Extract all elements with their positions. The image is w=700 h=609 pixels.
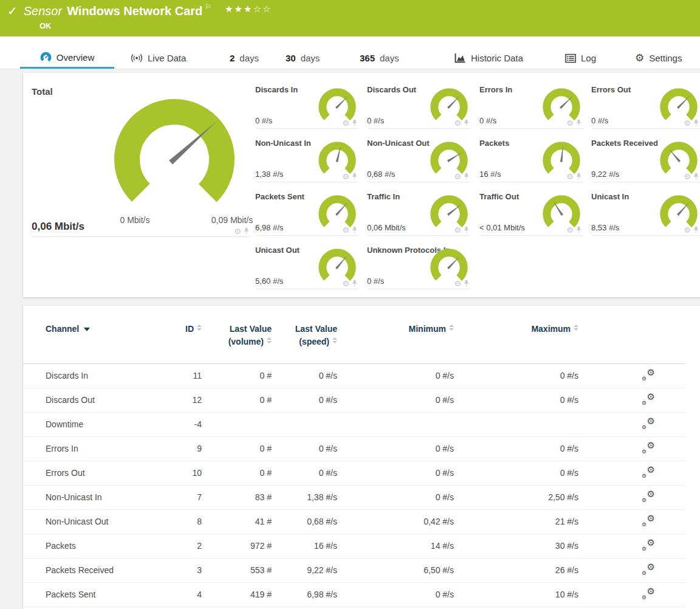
gear-icon[interactable]: ⚙: [454, 173, 461, 181]
priority-stars[interactable]: ★★★☆☆: [225, 4, 272, 15]
mini-gauge-packets-received[interactable]: Packets Received 9,22 #/s ⚙: [591, 136, 700, 182]
gear-icon[interactable]: ⚙: [684, 173, 691, 181]
gear-icon[interactable]: ⚙: [566, 226, 574, 234]
pin-icon[interactable]: [351, 119, 358, 127]
column-label: (volume): [228, 337, 264, 346]
channel-settings-gears-icon[interactable]: ⚙⚙: [642, 539, 655, 551]
mini-gauge-traffic-in[interactable]: Traffic In 0,06 Mbit/s ⚙: [367, 189, 470, 236]
gear-icon[interactable]: ⚙: [342, 119, 349, 127]
pin-icon[interactable]: [575, 173, 582, 181]
pin-icon[interactable]: [351, 226, 358, 234]
mini-gauge-packets-sent[interactable]: Packets Sent 6,98 #/s ⚙: [255, 189, 359, 236]
gear-icon[interactable]: ⚙: [342, 173, 349, 181]
pin-icon[interactable]: [463, 119, 470, 127]
table-row[interactable]: Errors In 9 0 # 0 #/s 0 #/s 0 #/s ⚙⚙: [23, 436, 685, 461]
mini-gauge-errors-in[interactable]: Errors In 0 #/s ⚙: [479, 82, 583, 129]
gear-icon[interactable]: ⚙: [342, 280, 349, 287]
gear-icon[interactable]: ⚙: [342, 226, 349, 234]
table-row[interactable]: Discards Out 12 0 # 0 #/s 0 #/s 0 #/s ⚙⚙: [23, 388, 685, 412]
table-row[interactable]: Downtime -4 ⚙⚙: [23, 412, 685, 436]
pin-icon[interactable]: [575, 119, 582, 127]
cell-minimum: 0 #/s: [337, 582, 454, 607]
tab-log[interactable]: Log: [565, 53, 596, 69]
channel-settings-gears-icon[interactable]: ⚙⚙: [642, 563, 655, 576]
cell-actions: ⚙⚙: [578, 534, 685, 558]
mini-gauge-unicast-in[interactable]: Unicast In 8,53 #/s ⚙: [591, 189, 700, 236]
gear-icon[interactable]: ⚙: [566, 173, 574, 181]
cell-id: 7: [157, 485, 202, 509]
pin-icon[interactable]: [351, 173, 358, 181]
cell-actions: ⚙⚙: [578, 509, 685, 534]
pin-icon[interactable]: [575, 226, 582, 234]
cell-minimum: 0 #/s: [337, 461, 454, 485]
tab-2-days[interactable]: 2 days: [230, 53, 259, 69]
pin-icon[interactable]: [351, 280, 358, 287]
column-label: Maximum: [531, 324, 571, 334]
cell-maximum: 2,50 #/s: [454, 485, 578, 509]
gauge-title: Non-Unicast Out: [367, 139, 430, 148]
column-header-id[interactable]: ID: [157, 306, 202, 363]
channel-settings-gears-icon[interactable]: ⚙⚙: [642, 466, 655, 478]
cell-last-value-volume: 419 #: [202, 582, 272, 607]
channel-settings-gears-icon[interactable]: ⚙⚙: [642, 418, 655, 430]
total-gauge[interactable]: Total 0 Mbit/s 0,09 Mbit/s 0,06 Mbit/s ⚙: [32, 82, 250, 237]
mini-gauge-errors-out[interactable]: Errors Out 0 #/s ⚙: [591, 82, 700, 129]
table-row[interactable]: Non-Unicast Out 8 41 # 0,68 #/s 0,42 #/s…: [23, 509, 685, 534]
gear-icon[interactable]: ⚙: [454, 119, 461, 127]
column-header-actions: [578, 306, 685, 363]
cell-last-value-volume: 553 #: [202, 558, 272, 582]
pin-icon[interactable]: [243, 227, 250, 235]
pin-icon[interactable]: [693, 119, 699, 127]
tab-historic-data[interactable]: Historic Data: [455, 53, 523, 69]
table-row[interactable]: Errors Out 10 0 # 0 #/s 0 #/s 0 #/s ⚙⚙: [23, 461, 685, 485]
table-row[interactable]: Packets 2 972 # 16 #/s 14 #/s 30 #/s ⚙⚙: [23, 534, 685, 558]
tab-settings[interactable]: ⚙ Settings: [635, 53, 682, 69]
column-header-channel[interactable]: Channel: [23, 306, 157, 363]
channel-settings-gears-icon[interactable]: ⚙⚙: [642, 369, 655, 381]
mini-gauge-packets[interactable]: Packets 16 #/s ⚙: [479, 136, 583, 182]
column-header-last-value-speed[interactable]: Last Value (speed): [272, 306, 337, 363]
table-row[interactable]: Discards In 11 0 # 0 #/s 0 #/s 0 #/s ⚙⚙: [23, 363, 685, 388]
pin-icon[interactable]: [463, 280, 470, 287]
table-row[interactable]: Packets Sent 4 419 # 6,98 #/s 0 #/s 10 #…: [23, 582, 685, 607]
channel-settings-gears-icon[interactable]: ⚙⚙: [642, 393, 655, 405]
gear-icon[interactable]: ⚙: [566, 119, 574, 127]
tab-365-days[interactable]: 365 days: [360, 53, 399, 69]
channel-settings-gears-icon[interactable]: ⚙⚙: [642, 442, 655, 454]
column-header-last-value-volume[interactable]: Last Value (volume): [202, 306, 272, 363]
gear-icon[interactable]: ⚙: [454, 280, 461, 287]
table-row[interactable]: Packets Received 3 553 # 9,22 #/s 6,50 #…: [23, 558, 685, 582]
pin-icon[interactable]: [693, 173, 699, 181]
mini-gauge-non-unicast-in[interactable]: Non-Unicast In 1,38 #/s ⚙: [255, 136, 359, 182]
mini-gauge-discards-out[interactable]: Discards Out 0 #/s ⚙: [367, 82, 470, 129]
cell-maximum: 26 #/s: [454, 558, 578, 582]
channel-settings-gears-icon[interactable]: ⚙⚙: [642, 588, 655, 600]
pin-icon[interactable]: [463, 173, 470, 181]
channel-settings-gears-icon[interactable]: ⚙⚙: [642, 515, 655, 527]
channel-settings-gears-icon[interactable]: ⚙⚙: [642, 490, 655, 503]
priority-flag-icon[interactable]: ⚐: [205, 2, 211, 11]
gear-icon[interactable]: ⚙: [684, 119, 691, 127]
mini-gauge-non-unicast-out[interactable]: Non-Unicast Out 0,68 #/s ⚙: [367, 136, 470, 182]
gauge-value: 6,98 #/s: [255, 223, 283, 232]
pin-icon[interactable]: [463, 226, 470, 234]
tab-overview[interactable]: Overview: [20, 52, 114, 69]
tab-30-days[interactable]: 30 days: [286, 53, 320, 69]
mini-gauge-traffic-out[interactable]: Traffic Out < 0,01 Mbit/s ⚙: [479, 189, 583, 236]
area-chart-icon: [455, 53, 466, 63]
cell-channel: Packets Sent: [23, 582, 157, 607]
table-row[interactable]: Non-Unicast In 7 83 # 1,38 #/s 0 #/s 2,5…: [23, 485, 685, 509]
column-header-maximum[interactable]: Maximum: [454, 306, 578, 363]
gauge-value: < 0,01 Mbit/s: [479, 223, 525, 232]
tab-live-data[interactable]: Live Data: [131, 53, 186, 69]
mini-gauge-unknown-protocols-in[interactable]: Unknown Protocols In 0 #/s ⚙: [367, 243, 470, 289]
mini-gauge-discards-in[interactable]: Discards In 0 #/s ⚙: [255, 82, 359, 129]
pin-icon[interactable]: [693, 226, 699, 234]
tab-label: Log: [581, 53, 596, 63]
gear-icon[interactable]: ⚙: [684, 226, 691, 234]
gear-icon[interactable]: ⚙: [454, 226, 461, 234]
mini-gauge-unicast-out[interactable]: Unicast Out 5,60 #/s ⚙: [255, 243, 359, 289]
gear-icon[interactable]: ⚙: [234, 227, 241, 235]
column-header-minimum[interactable]: Minimum: [337, 306, 454, 363]
gauge-value: 0 #/s: [367, 116, 384, 125]
